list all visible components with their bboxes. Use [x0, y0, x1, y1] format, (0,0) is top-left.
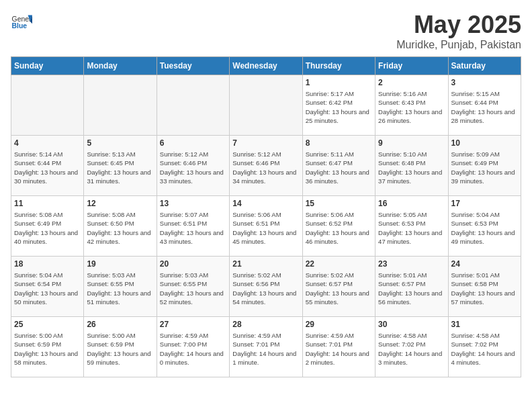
day-info: Sunrise: 5:11 AM Sunset: 6:47 PM Dayligh… [306, 150, 372, 185]
day-number: 4 [14, 138, 81, 148]
calendar-cell: 18Sunrise: 5:04 AM Sunset: 6:54 PM Dayli… [11, 257, 84, 317]
calendar-cell: 24Sunrise: 5:01 AM Sunset: 6:58 PM Dayli… [448, 257, 521, 317]
calendar-cell: 10Sunrise: 5:09 AM Sunset: 6:49 PM Dayli… [448, 136, 521, 196]
day-number: 22 [306, 259, 372, 269]
day-number: 5 [87, 138, 153, 148]
calendar-cell [230, 75, 302, 136]
calendar-cell: 23Sunrise: 5:01 AM Sunset: 6:57 PM Dayli… [375, 257, 448, 317]
svg-text:Blue: Blue [12, 22, 28, 30]
day-number: 6 [160, 138, 226, 148]
calendar-cell: 17Sunrise: 5:04 AM Sunset: 6:53 PM Dayli… [448, 196, 521, 257]
calendar-cell: 2Sunrise: 5:16 AM Sunset: 6:43 PM Daylig… [375, 75, 448, 136]
calendar-cell: 5Sunrise: 5:13 AM Sunset: 6:45 PM Daylig… [84, 136, 157, 196]
day-number: 2 [378, 78, 445, 87]
day-number: 17 [451, 199, 518, 208]
day-number: 20 [160, 259, 226, 269]
day-number: 18 [14, 259, 81, 269]
calendar-cell [11, 75, 84, 136]
day-number: 11 [14, 199, 81, 208]
day-number: 13 [160, 199, 226, 208]
day-info: Sunrise: 5:00 AM Sunset: 6:59 PM Dayligh… [87, 331, 153, 367]
day-info: Sunrise: 5:09 AM Sunset: 6:49 PM Dayligh… [451, 150, 518, 185]
day-number: 12 [87, 199, 153, 208]
calendar-cell: 12Sunrise: 5:08 AM Sunset: 6:50 PM Dayli… [84, 196, 157, 257]
calendar-cell: 20Sunrise: 5:03 AM Sunset: 6:55 PM Dayli… [157, 257, 229, 317]
day-info: Sunrise: 5:06 AM Sunset: 6:52 PM Dayligh… [306, 210, 372, 246]
day-info: Sunrise: 5:12 AM Sunset: 6:46 PM Dayligh… [160, 150, 226, 185]
day-number: 8 [306, 138, 372, 148]
calendar-cell: 9Sunrise: 5:10 AM Sunset: 6:48 PM Daylig… [375, 136, 448, 196]
calendar-cell: 26Sunrise: 5:00 AM Sunset: 6:59 PM Dayli… [84, 317, 157, 377]
weekday-monday: Monday [84, 57, 157, 75]
calendar-cell: 11Sunrise: 5:08 AM Sunset: 6:49 PM Dayli… [11, 196, 84, 257]
day-number: 9 [378, 138, 445, 148]
week-row-1: 1Sunrise: 5:17 AM Sunset: 6:42 PM Daylig… [11, 75, 521, 136]
day-number: 7 [232, 138, 299, 148]
day-number: 1 [306, 78, 372, 87]
calendar-cell: 13Sunrise: 5:07 AM Sunset: 6:51 PM Dayli… [157, 196, 229, 257]
calendar-cell: 3Sunrise: 5:15 AM Sunset: 6:44 PM Daylig… [448, 75, 521, 136]
day-info: Sunrise: 5:03 AM Sunset: 6:55 PM Dayligh… [160, 271, 226, 306]
calendar-cell [157, 75, 229, 136]
day-number: 23 [378, 259, 445, 269]
day-info: Sunrise: 5:02 AM Sunset: 6:56 PM Dayligh… [232, 271, 299, 306]
day-info: Sunrise: 5:10 AM Sunset: 6:48 PM Dayligh… [378, 150, 445, 185]
day-info: Sunrise: 5:02 AM Sunset: 6:57 PM Dayligh… [306, 271, 372, 306]
day-info: Sunrise: 5:16 AM Sunset: 6:43 PM Dayligh… [378, 89, 445, 125]
weekday-sunday: Sunday [11, 57, 84, 75]
week-row-5: 25Sunrise: 5:00 AM Sunset: 6:59 PM Dayli… [11, 317, 521, 377]
day-number: 3 [451, 78, 518, 87]
day-info: Sunrise: 5:08 AM Sunset: 6:50 PM Dayligh… [87, 210, 153, 246]
day-info: Sunrise: 5:17 AM Sunset: 6:42 PM Dayligh… [306, 89, 372, 125]
day-info: Sunrise: 4:59 AM Sunset: 7:01 PM Dayligh… [306, 331, 372, 367]
calendar-cell: 19Sunrise: 5:03 AM Sunset: 6:55 PM Dayli… [84, 257, 157, 317]
calendar-cell: 28Sunrise: 4:59 AM Sunset: 7:01 PM Dayli… [230, 317, 302, 377]
page-header: General Blue May 2025 Muridke, Punjab, P… [11, 11, 521, 51]
weekday-wednesday: Wednesday [230, 57, 302, 75]
day-info: Sunrise: 5:15 AM Sunset: 6:44 PM Dayligh… [451, 89, 518, 125]
day-number: 24 [451, 259, 518, 269]
day-info: Sunrise: 5:03 AM Sunset: 6:55 PM Dayligh… [87, 271, 153, 306]
day-info: Sunrise: 4:58 AM Sunset: 7:02 PM Dayligh… [378, 331, 445, 367]
day-number: 16 [378, 199, 445, 208]
calendar-cell: 30Sunrise: 4:58 AM Sunset: 7:02 PM Dayli… [375, 317, 448, 377]
week-row-4: 18Sunrise: 5:04 AM Sunset: 6:54 PM Dayli… [11, 257, 521, 317]
day-info: Sunrise: 5:08 AM Sunset: 6:49 PM Dayligh… [14, 210, 81, 246]
title-block: May 2025 Muridke, Punjab, Pakistan [396, 11, 521, 51]
day-info: Sunrise: 5:04 AM Sunset: 6:53 PM Dayligh… [451, 210, 518, 246]
day-number: 27 [160, 320, 226, 329]
calendar-cell: 25Sunrise: 5:00 AM Sunset: 6:59 PM Dayli… [11, 317, 84, 377]
calendar-cell: 1Sunrise: 5:17 AM Sunset: 6:42 PM Daylig… [302, 75, 375, 136]
calendar-cell: 29Sunrise: 4:59 AM Sunset: 7:01 PM Dayli… [302, 317, 375, 377]
calendar-cell: 16Sunrise: 5:05 AM Sunset: 6:53 PM Dayli… [375, 196, 448, 257]
day-number: 15 [306, 199, 372, 208]
day-number: 19 [87, 259, 153, 269]
day-info: Sunrise: 4:59 AM Sunset: 7:00 PM Dayligh… [160, 331, 226, 367]
calendar-cell: 6Sunrise: 5:12 AM Sunset: 6:46 PM Daylig… [157, 136, 229, 196]
calendar-cell: 31Sunrise: 4:58 AM Sunset: 7:02 PM Dayli… [448, 317, 521, 377]
day-number: 31 [451, 320, 518, 329]
calendar-cell: 21Sunrise: 5:02 AM Sunset: 6:56 PM Dayli… [230, 257, 302, 317]
day-info: Sunrise: 5:13 AM Sunset: 6:45 PM Dayligh… [87, 150, 153, 185]
day-number: 29 [306, 320, 372, 329]
weekday-thursday: Thursday [302, 57, 375, 75]
day-number: 10 [451, 138, 518, 148]
day-number: 21 [232, 259, 299, 269]
day-info: Sunrise: 5:05 AM Sunset: 6:53 PM Dayligh… [378, 210, 445, 246]
day-info: Sunrise: 4:58 AM Sunset: 7:02 PM Dayligh… [451, 331, 518, 367]
calendar-cell [84, 75, 157, 136]
logo: General Blue [11, 11, 32, 32]
weekday-saturday: Saturday [448, 57, 521, 75]
calendar-cell: 22Sunrise: 5:02 AM Sunset: 6:57 PM Dayli… [302, 257, 375, 317]
day-info: Sunrise: 4:59 AM Sunset: 7:01 PM Dayligh… [232, 331, 299, 367]
calendar-cell: 8Sunrise: 5:11 AM Sunset: 6:47 PM Daylig… [302, 136, 375, 196]
day-info: Sunrise: 5:07 AM Sunset: 6:51 PM Dayligh… [160, 210, 226, 246]
day-number: 30 [378, 320, 445, 329]
day-number: 25 [14, 320, 81, 329]
week-row-2: 4Sunrise: 5:14 AM Sunset: 6:44 PM Daylig… [11, 136, 521, 196]
day-info: Sunrise: 5:12 AM Sunset: 6:46 PM Dayligh… [232, 150, 299, 185]
calendar-cell: 4Sunrise: 5:14 AM Sunset: 6:44 PM Daylig… [11, 136, 84, 196]
weekday-header-row: SundayMondayTuesdayWednesdayThursdayFrid… [11, 57, 521, 75]
location: Muridke, Punjab, Pakistan [396, 39, 521, 51]
day-info: Sunrise: 5:14 AM Sunset: 6:44 PM Dayligh… [14, 150, 81, 185]
